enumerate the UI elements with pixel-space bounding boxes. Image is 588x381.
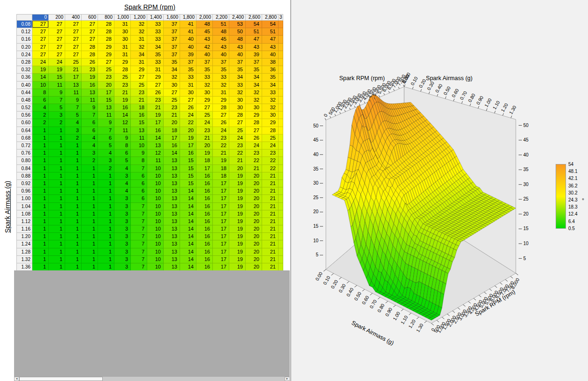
table-cell[interactable]: 19 <box>32 66 49 74</box>
table-cell[interactable]: 30 <box>246 104 262 112</box>
table-cell[interactable]: 6 <box>82 119 98 127</box>
table-cell[interactable]: 40 <box>262 51 279 59</box>
table-cell[interactable]: 1 <box>98 233 114 240</box>
table-cell[interactable]: 19 <box>229 187 246 195</box>
table-cell[interactable]: 19 <box>114 97 131 104</box>
table-cell[interactable]: 45 <box>213 36 229 43</box>
table-cell[interactable]: 1 <box>65 142 82 149</box>
table-cell[interactable]: 10 <box>147 248 164 256</box>
table-cell[interactable]: 1 <box>82 225 98 233</box>
table-cell[interactable]: 1 <box>32 187 49 195</box>
table-cell[interactable]: 20 <box>246 248 262 256</box>
table-cell[interactable]: 13 <box>164 203 180 210</box>
table-cell[interactable]: 13 <box>164 210 180 218</box>
table-cell[interactable]: 17 <box>164 134 180 142</box>
table-cell[interactable]: 13 <box>98 104 114 112</box>
table-cell[interactable]: 16 <box>196 180 213 187</box>
spark-advance-table[interactable]: 02004006008001,0001,2001,4001,6001,8002,… <box>16 14 283 271</box>
table-cell[interactable]: 16 <box>196 187 213 195</box>
table-cell[interactable]: 27 <box>65 21 82 28</box>
table-cell[interactable]: 13 <box>65 82 82 89</box>
table-cell[interactable]: 1 <box>98 263 114 271</box>
table-cell[interactable]: 6 <box>131 195 147 202</box>
table-cell[interactable]: 19 <box>229 256 246 263</box>
table-cell[interactable]: 30 <box>164 82 180 89</box>
table-cell[interactable]: 28 <box>262 127 279 134</box>
table-cell[interactable]: 2 <box>98 165 114 172</box>
table-cell[interactable]: 41 <box>180 28 196 36</box>
table-cell[interactable]: 42 <box>196 44 213 51</box>
table-cell[interactable]: 13 <box>164 233 180 240</box>
table-cell[interactable]: 21 <box>262 256 279 263</box>
table-cell[interactable]: 39 <box>246 51 262 59</box>
table-cell[interactable]: 6 <box>131 180 147 187</box>
table-cell[interactable]: 33 <box>147 28 164 36</box>
table-cell[interactable]: 16 <box>196 240 213 248</box>
table-cell[interactable]: 17 <box>213 233 229 240</box>
table-cell[interactable]: 1 <box>98 240 114 248</box>
table-cell[interactable]: 1 <box>32 172 49 180</box>
table-cell[interactable]: 16 <box>82 82 98 89</box>
table-cell[interactable]: 28 <box>246 119 262 127</box>
table-cell[interactable]: 24 <box>213 127 229 134</box>
table-cell[interactable]: 35 <box>196 66 213 74</box>
table-cell[interactable]: 3 <box>114 225 131 233</box>
row-header[interactable]: 1.28 <box>17 248 32 256</box>
row-header[interactable]: 0.12 <box>17 28 32 36</box>
table-cell[interactable]: 5 <box>114 157 131 164</box>
row-header[interactable]: 0.96 <box>17 187 32 195</box>
row-header[interactable]: 1.16 <box>17 225 32 233</box>
table-cell[interactable]: 5 <box>98 142 114 149</box>
table-cell[interactable]: 27 <box>180 97 196 104</box>
table-cell[interactable]: 27 <box>49 44 65 51</box>
table-cell[interactable]: 17 <box>65 74 82 81</box>
table-cell[interactable]: 26 <box>82 59 98 66</box>
table-cell[interactable]: 14 <box>180 263 196 271</box>
row-header[interactable]: 0.32 <box>17 66 32 74</box>
table-cell[interactable]: 3 <box>114 248 131 256</box>
table-cell[interactable]: 1 <box>82 248 98 256</box>
table-cell[interactable]: 7 <box>65 104 82 112</box>
table-cell[interactable]: 21 <box>262 210 279 218</box>
table-cell[interactable]: 1 <box>49 225 65 233</box>
table-cell[interactable]: 11 <box>82 97 98 104</box>
table-cell[interactable]: 20 <box>246 218 262 225</box>
table-cell[interactable]: 17 <box>213 187 229 195</box>
table-cell[interactable]: 21 <box>262 218 279 225</box>
table-cell[interactable]: 23 <box>229 142 246 149</box>
table-cell[interactable]: 14 <box>114 112 131 119</box>
table-cell[interactable]: 1 <box>65 218 82 225</box>
table-cell[interactable]: 11 <box>131 134 147 142</box>
table-cell[interactable]: 1 <box>82 180 98 187</box>
table-cell[interactable]: 1 <box>49 149 65 157</box>
row-header[interactable]: 0.88 <box>17 172 32 180</box>
table-cell[interactable]: 14 <box>180 240 196 248</box>
table-cell[interactable]: 2 <box>65 134 82 142</box>
table-cell[interactable]: 30 <box>229 104 246 112</box>
table-cell[interactable]: 4 <box>114 187 131 195</box>
table-cell[interactable]: 29 <box>213 97 229 104</box>
row-header[interactable]: 1.32 <box>17 256 32 263</box>
table-cell[interactable]: 16 <box>164 142 180 149</box>
table-cell[interactable]: 10 <box>147 210 164 218</box>
table-cell[interactable]: 1 <box>32 263 49 271</box>
table-cell[interactable]: 15 <box>180 157 196 164</box>
table-cell[interactable]: 10 <box>147 218 164 225</box>
table-cell[interactable]: 14 <box>164 149 180 157</box>
row-header[interactable]: 0.28 <box>17 59 32 66</box>
col-header[interactable]: 3 <box>279 15 283 21</box>
table-cell[interactable]: 27 <box>65 51 82 59</box>
table-cell[interactable]: 18 <box>164 127 180 134</box>
table-cell[interactable]: 35 <box>180 66 196 74</box>
table-cell[interactable]: 23 <box>82 66 98 74</box>
table-cell[interactable]: 1 <box>32 195 49 202</box>
table-cell[interactable]: 27 <box>82 36 98 43</box>
table-cell[interactable]: 22 <box>180 119 196 127</box>
row-header[interactable]: 0.36 <box>17 74 32 81</box>
col-header[interactable]: 1,800 <box>180 15 196 21</box>
table-cell[interactable]: 16 <box>196 203 213 210</box>
table-cell[interactable]: 29 <box>147 74 164 81</box>
table-cell[interactable]: 25 <box>164 97 180 104</box>
table-cell[interactable]: 24 <box>246 142 262 149</box>
table-cell[interactable]: 25 <box>229 127 246 134</box>
